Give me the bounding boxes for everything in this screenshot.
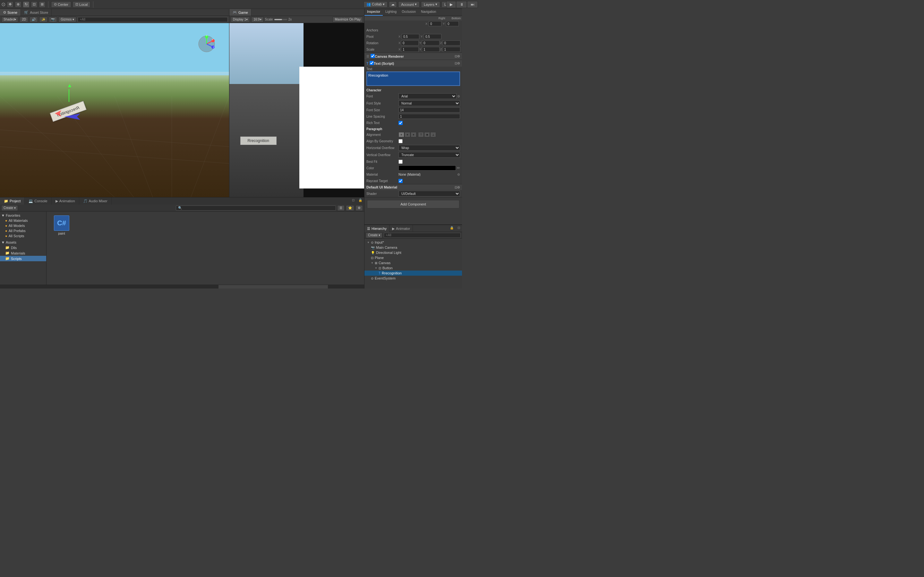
- horizontal-scrollbar[interactable]: [0, 285, 364, 288]
- button-item[interactable]: ▼ ⊡ Button: [365, 266, 462, 271]
- align-center-btn[interactable]: ≡: [405, 132, 410, 137]
- settings-icon[interactable]: ⚙: [457, 61, 460, 65]
- game-tab[interactable]: 🎮 Game: [229, 9, 252, 16]
- hierarchy-create-button[interactable]: Create ▾: [366, 232, 383, 238]
- add-component-button[interactable]: Add Component: [367, 200, 459, 208]
- layers-button[interactable]: Layers ▾: [421, 1, 440, 8]
- game-text-button[interactable]: Rrecognition: [240, 137, 276, 145]
- asset-store-tab[interactable]: 🛒 Asset Store: [21, 9, 52, 16]
- canvas-renderer-header[interactable]: ☰ Canvas Renderer ⊡ ⚙: [365, 53, 462, 60]
- plane-item[interactable]: ⊡ Plane: [365, 255, 462, 260]
- align-right-btn[interactable]: ≡: [411, 132, 417, 137]
- raycast-checkbox[interactable]: [399, 179, 403, 183]
- line-spacing-field[interactable]: [399, 114, 460, 119]
- audio-button[interactable]: 🔊: [29, 17, 38, 23]
- settings-icon[interactable]: ⚙: [457, 185, 460, 189]
- scene-viewport[interactable]: X Y Z Rrecognition: [0, 23, 229, 197]
- anchor-y-field[interactable]: [446, 21, 459, 26]
- text-input[interactable]: Rrecognition: [367, 71, 460, 86]
- occlusion-tab[interactable]: Occlusion: [399, 9, 418, 16]
- directional-light-item[interactable]: 💡 Directional Light: [365, 250, 462, 255]
- camera-button[interactable]: 📷: [49, 17, 57, 23]
- create-button[interactable]: Create ▾: [1, 205, 18, 211]
- edit-icon[interactable]: ⊡: [455, 61, 457, 65]
- material-settings-icon[interactable]: ⚙: [457, 173, 460, 176]
- project-tab[interactable]: 📁 Project: [0, 197, 25, 205]
- project-search[interactable]: [176, 205, 336, 211]
- maximize-on-play-button[interactable]: Maximize On Play: [333, 17, 363, 23]
- color-picker-icon[interactable]: ✏: [457, 166, 460, 170]
- rotation-x-field[interactable]: [401, 40, 419, 45]
- pause-button[interactable]: ⏸: [456, 1, 462, 8]
- hierarchy-search[interactable]: [384, 233, 461, 238]
- collab-button[interactable]: 👥 Collab ▾: [363, 1, 388, 8]
- canvas-renderer-checkbox[interactable]: [371, 54, 375, 59]
- expand-icon[interactable]: ⊡: [350, 197, 357, 205]
- audio-mixer-tab[interactable]: 🎵 Audio Mixer: [79, 197, 111, 205]
- event-system-item[interactable]: ⊙ EventSystem: [365, 276, 462, 281]
- rotation-z-field[interactable]: [443, 40, 460, 45]
- display-dropdown[interactable]: Display 1▾: [231, 17, 250, 23]
- font-settings-icon[interactable]: ⚙: [457, 95, 460, 98]
- rrecognition-item[interactable]: T Rrecognition: [365, 271, 462, 276]
- dlls-item[interactable]: 📁 Dlls: [0, 245, 46, 250]
- horiz-overflow-select[interactable]: Wrap: [399, 145, 460, 151]
- favorites-group[interactable]: ▼ Favorites: [0, 213, 46, 218]
- hierarchy-lock-icon[interactable]: 🔒: [448, 225, 456, 232]
- scripts-item[interactable]: 📁 Scripts: [0, 256, 46, 261]
- scale-x-field[interactable]: [401, 47, 419, 52]
- cloud-button[interactable]: ☁: [389, 1, 397, 8]
- pivot-x-field[interactable]: [402, 34, 419, 39]
- animator-tab[interactable]: ▶ Animator: [389, 225, 413, 232]
- center-button[interactable]: ⊙ Center: [51, 1, 71, 8]
- scale-y-field[interactable]: [422, 47, 439, 52]
- shader-select[interactable]: UI/Default: [399, 191, 460, 197]
- anchor-x-field[interactable]: [429, 21, 441, 26]
- scale-z-field[interactable]: [443, 47, 460, 52]
- inspector-tab[interactable]: Inspector: [365, 9, 383, 16]
- best-fit-checkbox[interactable]: [399, 160, 403, 164]
- search-icon-btn[interactable]: ⭐: [346, 205, 354, 211]
- rect-tool-icon[interactable]: ⊞: [39, 1, 45, 8]
- text-script-checkbox[interactable]: [370, 61, 374, 66]
- pivot-y-field[interactable]: [424, 34, 441, 39]
- scene-search[interactable]: [78, 17, 228, 22]
- text-script-header[interactable]: T Text (Script) ⊡ ⚙: [365, 60, 462, 67]
- rich-text-checkbox[interactable]: [399, 121, 403, 125]
- default-material-header[interactable]: Default UI Material ⊡ ⚙: [365, 184, 462, 190]
- settings-icon-btn[interactable]: ⚙: [355, 205, 363, 211]
- assets-group[interactable]: ▼ Assets: [0, 240, 46, 245]
- input-item[interactable]: ▼ ⊙ Input*: [365, 240, 462, 245]
- lighting-tab[interactable]: Lighting: [383, 9, 399, 16]
- align-middle-btn[interactable]: ⊕: [424, 132, 430, 137]
- ratio-dropdown[interactable]: 16:9▾: [251, 17, 263, 23]
- hierarchy-expand-icon[interactable]: ⊡: [456, 225, 462, 232]
- font-select[interactable]: Arial: [399, 93, 457, 99]
- main-camera-item[interactable]: 📷 Main Camera: [365, 245, 462, 250]
- align-left-btn[interactable]: ≡: [399, 132, 404, 137]
- align-geometry-checkbox[interactable]: [399, 139, 403, 143]
- settings-icon[interactable]: ⚙: [457, 55, 460, 58]
- console-tab[interactable]: 💻 Console: [25, 197, 51, 205]
- edit-icon[interactable]: ⊡: [455, 185, 457, 189]
- rotation-y-field[interactable]: [422, 40, 439, 45]
- vert-overflow-select[interactable]: Truncate: [399, 152, 460, 158]
- all-scripts-item[interactable]: ● All Scripts: [0, 234, 46, 239]
- move-tool-icon[interactable]: ⊕: [15, 1, 21, 8]
- scale-tool-icon[interactable]: ⊡: [31, 1, 37, 8]
- edit-icon[interactable]: ⊡: [455, 55, 457, 58]
- search-filter-btn[interactable]: ☰: [337, 205, 344, 211]
- fx-button[interactable]: ✨: [39, 17, 47, 23]
- animation-tab[interactable]: ▶ Animation: [52, 197, 79, 205]
- lock-icon[interactable]: 🔒: [357, 197, 364, 205]
- play-button[interactable]: ▶: [446, 1, 456, 8]
- local-button[interactable]: ⊡ Local: [73, 1, 90, 8]
- gizmos-dropdown[interactable]: Gizmos ▾: [58, 17, 76, 23]
- materials-item[interactable]: 📁 Materials: [0, 250, 46, 256]
- account-button[interactable]: Account ▾: [398, 1, 420, 8]
- asset-item[interactable]: C# paint: [50, 215, 73, 235]
- canvas-item[interactable]: ▼ ⊞ Canvas: [365, 260, 462, 266]
- align-top-btn[interactable]: ⊤: [418, 132, 424, 137]
- all-prefabs-item[interactable]: ● All Prefabs: [0, 228, 46, 234]
- hand-tool-icon[interactable]: ✥: [7, 1, 13, 8]
